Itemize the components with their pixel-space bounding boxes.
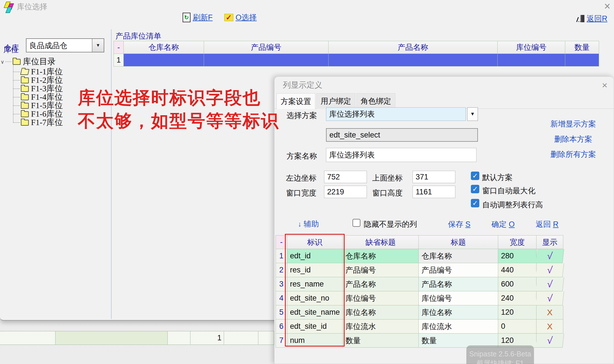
default-title-cell[interactable]: 产品名称 bbox=[343, 277, 419, 291]
folder-icon bbox=[21, 94, 29, 100]
show-flag-cell[interactable]: √ bbox=[536, 291, 564, 305]
column-header[interactable]: 数量 bbox=[565, 41, 599, 54]
table-cell[interactable] bbox=[329, 54, 498, 66]
show-flag-cell[interactable]: √ bbox=[536, 263, 564, 277]
show-flag-cell[interactable]: √ bbox=[536, 277, 564, 291]
window-height-input[interactable]: 1161 bbox=[413, 186, 455, 198]
auto-maximize-checkbox[interactable] bbox=[471, 185, 479, 193]
width-cell[interactable]: 0 bbox=[498, 319, 537, 334]
tree-stub bbox=[13, 114, 20, 114]
tab-role-binding[interactable]: 角色绑定 bbox=[356, 93, 395, 109]
column-header[interactable]: 产品编号 bbox=[204, 41, 329, 54]
combo-arrow-icon[interactable]: ▼ bbox=[92, 39, 104, 52]
default-title-cell[interactable]: 库位名称 bbox=[343, 305, 419, 319]
return-key: R bbox=[553, 220, 559, 228]
title-cell[interactable]: 库位名称 bbox=[419, 305, 498, 319]
scheme-name-input[interactable]: 库位选择列表 bbox=[326, 148, 476, 162]
width-cell[interactable]: 240 bbox=[498, 291, 537, 305]
footer-cell bbox=[224, 331, 258, 345]
width-cell[interactable]: 440 bbox=[498, 263, 537, 277]
column-header[interactable]: 标题 bbox=[419, 236, 498, 249]
scheme-combo-arrow[interactable]: ▼ bbox=[467, 107, 478, 121]
red-annotation: 库位选择时标识字段也 不太够，如型号等等标识 bbox=[78, 86, 279, 132]
show-flag-cell[interactable]: √ bbox=[536, 249, 564, 263]
annotation-line: 不太够，如型号等等标识 bbox=[78, 109, 279, 132]
select-button[interactable]: ✓ O选择 bbox=[224, 12, 257, 23]
title-cell[interactable]: 库位编号 bbox=[419, 291, 498, 305]
default-scheme-label: 默认方案 bbox=[482, 172, 513, 183]
default-title-cell[interactable]: 库位编号 bbox=[343, 291, 419, 305]
window-width-input[interactable]: 2219 bbox=[324, 186, 367, 198]
add-scheme-link[interactable]: 新增显示方案 bbox=[542, 119, 604, 129]
warehouse-combobox[interactable]: 良品成品仓 ▼ bbox=[26, 38, 104, 52]
auto-row-height-checkbox[interactable] bbox=[471, 199, 479, 207]
tree-root-item[interactable]: ∨ 库位目录 bbox=[1, 57, 56, 66]
save-button[interactable]: 保存 S bbox=[448, 219, 471, 229]
default-scheme-checkbox[interactable] bbox=[471, 172, 479, 180]
title-cell[interactable]: 产品编号 bbox=[419, 263, 498, 277]
back-label: 返回R bbox=[587, 14, 608, 24]
dialog-close-button[interactable]: × bbox=[599, 79, 610, 91]
column-header[interactable]: 库位编号 bbox=[498, 41, 565, 54]
exit-door-icon bbox=[577, 14, 584, 23]
select-scheme-label: 选择方案 bbox=[287, 110, 317, 121]
table-cell[interactable] bbox=[124, 54, 204, 66]
tree-stub bbox=[13, 72, 20, 72]
table-cell[interactable] bbox=[204, 54, 329, 66]
delete-all-schemes-link[interactable]: 删除所有方案 bbox=[542, 149, 604, 159]
tree-item[interactable]: F1-7库位 bbox=[13, 118, 63, 127]
column-header[interactable]: 显示 bbox=[537, 236, 563, 249]
product-list-title: 产品库位清单 bbox=[116, 31, 161, 41]
refresh-button[interactable]: ↻ 刷新F bbox=[183, 12, 213, 23]
left-coord-input[interactable]: 752 bbox=[324, 171, 367, 183]
show-flag-cell[interactable]: √ bbox=[536, 334, 564, 348]
width-cell[interactable]: 280 bbox=[498, 249, 537, 263]
title-cell[interactable]: 产品名称 bbox=[419, 277, 498, 291]
show-flag-cell[interactable]: X bbox=[537, 305, 563, 319]
dialog-title: 列显示定义 bbox=[283, 80, 322, 90]
helper-label: 辅助 bbox=[304, 219, 319, 229]
default-title-cell[interactable]: 产品编号 bbox=[343, 263, 419, 277]
folder-icon bbox=[21, 103, 29, 109]
default-title-cell[interactable]: 仓库名称 bbox=[343, 249, 419, 263]
panel-splitter[interactable] bbox=[111, 29, 112, 319]
show-flag-cell[interactable]: X bbox=[537, 319, 563, 334]
tab-scheme-settings[interactable]: 方案设置 bbox=[276, 93, 315, 109]
product-table-header: - 仓库名称 产品编号 产品名称 库位编号 数量 bbox=[114, 41, 599, 54]
column-header[interactable]: 缺省标题 bbox=[343, 236, 419, 249]
title-cell[interactable]: 库位流水 bbox=[419, 319, 498, 334]
column-header[interactable]: 仓库名称 bbox=[124, 41, 204, 54]
column-header[interactable]: 产品名称 bbox=[329, 41, 498, 54]
folder-icon bbox=[21, 86, 29, 92]
table-cell[interactable] bbox=[498, 54, 565, 66]
column-header[interactable]: - bbox=[114, 41, 124, 54]
confirm-button[interactable]: 确定 O bbox=[491, 219, 515, 229]
footer-cell bbox=[56, 331, 168, 345]
red-highlight-box bbox=[285, 234, 345, 347]
default-title-cell[interactable]: 数量 bbox=[343, 334, 419, 348]
width-cell[interactable]: 600 bbox=[498, 277, 537, 291]
tab-user-binding[interactable]: 用户绑定 bbox=[316, 93, 355, 109]
folder-icon bbox=[21, 77, 29, 83]
scheme-id-field[interactable]: edt_site_select bbox=[326, 128, 478, 142]
width-cell[interactable]: 120 bbox=[498, 305, 537, 319]
title-cell[interactable]: 仓库名称 bbox=[419, 249, 498, 263]
delete-scheme-link[interactable]: 删除本方案 bbox=[542, 134, 604, 144]
folder-icon bbox=[13, 59, 21, 65]
hide-columns-checkbox[interactable] bbox=[353, 219, 360, 227]
window-close-button[interactable]: × bbox=[601, 0, 613, 12]
helper-button[interactable]: ↓ 辅助 bbox=[298, 219, 319, 229]
table-row[interactable]: 1 bbox=[114, 54, 599, 66]
chevron-down-icon[interactable]: ∨ bbox=[1, 59, 4, 65]
footer-cell bbox=[258, 331, 274, 345]
default-title-cell[interactable]: 库位流水 bbox=[343, 319, 419, 334]
back-button[interactable]: 返回R bbox=[577, 14, 608, 24]
table-cell[interactable] bbox=[565, 54, 599, 66]
column-header[interactable]: 宽度 bbox=[498, 236, 537, 249]
scheme-name-label: 方案名称 bbox=[287, 151, 317, 161]
return-button[interactable]: 返回 R bbox=[536, 219, 558, 229]
top-coord-input[interactable]: 371 bbox=[413, 171, 455, 183]
open-folder-icon bbox=[20, 69, 29, 75]
app-icon bbox=[3, 2, 14, 12]
scheme-combobox[interactable]: 库位选择列表 bbox=[326, 107, 466, 121]
